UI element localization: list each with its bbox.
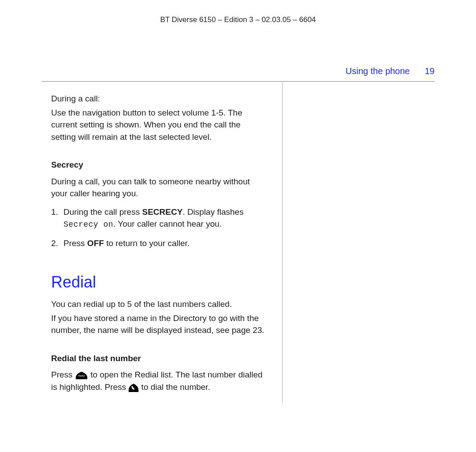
secrecy-heading: Secrecy bbox=[51, 159, 267, 171]
column-rule bbox=[282, 81, 283, 403]
secrecy-step-1: During the call press SECRECY. Display f… bbox=[51, 206, 267, 231]
manual-page: BT Diverse 6150 – Edition 3 – 02.03.05 –… bbox=[0, 0, 476, 452]
secrecy-intro: During a call, you can talk to someone n… bbox=[51, 176, 267, 200]
page-number: 19 bbox=[425, 66, 435, 76]
main-content-column: During a call: Use the navigation button… bbox=[51, 93, 267, 399]
secrecy-step-1-b: . Display flashes bbox=[182, 207, 243, 217]
secrecy-step-1-a: During the call press bbox=[63, 207, 142, 217]
redial-last-heading: Redial the last number bbox=[51, 352, 267, 365]
secrecy-step-2: Press OFF to return to your caller. bbox=[51, 237, 267, 250]
secrecy-step-2-b: to return to your caller. bbox=[104, 239, 190, 248]
svg-text:Redial: Redial bbox=[78, 374, 85, 377]
redial-heading: Redial bbox=[51, 271, 267, 294]
redial-para-1: You can redial up to 5 of the last numbe… bbox=[51, 298, 267, 310]
running-head: BT Diverse 6150 – Edition 3 – 02.03.05 –… bbox=[0, 15, 476, 24]
secrecy-lcd-text: Secrecy on bbox=[63, 220, 113, 229]
call-button-icon bbox=[128, 383, 139, 392]
secrecy-step-1-c: . Your caller cannot hear you. bbox=[113, 219, 222, 228]
secrecy-steps: During the call press SECRECY. Display f… bbox=[51, 206, 267, 250]
secrecy-step-2-a: Press bbox=[63, 239, 87, 248]
header-rule bbox=[41, 81, 435, 82]
redial-after-icon-2: to dial the number. bbox=[139, 382, 210, 392]
chapter-title-text: Using the phone bbox=[346, 66, 410, 76]
secrecy-key-label: SECRECY bbox=[142, 207, 182, 217]
chapter-heading: Using the phone 19 bbox=[346, 66, 435, 76]
redial-last-instruction: Press Redial to open the Redial list. Th… bbox=[51, 369, 267, 393]
off-key-label: OFF bbox=[87, 239, 104, 248]
redial-press-1: Press bbox=[51, 370, 75, 379]
volume-paragraph: Use the navigation button to select volu… bbox=[51, 107, 267, 143]
redial-button-icon: Redial bbox=[75, 371, 88, 379]
redial-para-2: If you have stored a name in the Directo… bbox=[51, 312, 267, 336]
during-call-lead: During a call: bbox=[51, 93, 267, 105]
